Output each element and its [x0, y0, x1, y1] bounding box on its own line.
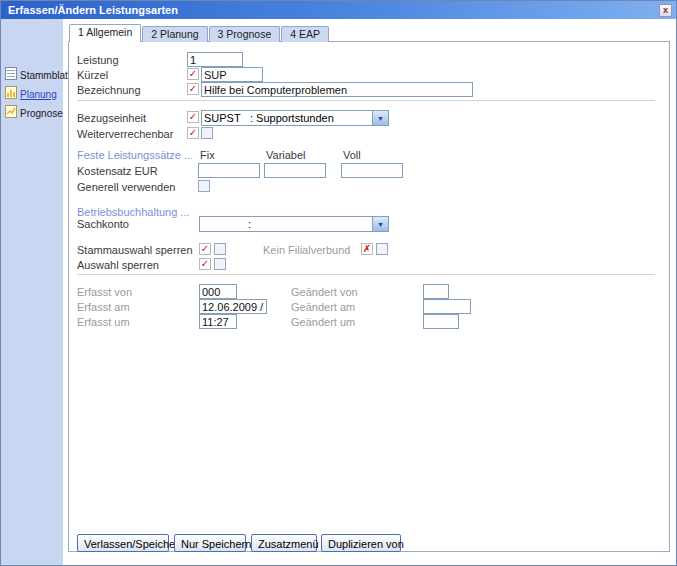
bezugseinheit-dropdown-button[interactable]: ▼ — [372, 111, 388, 125]
erfasst-um-field — [199, 314, 237, 329]
mandatory-check-icon: ✓ — [187, 83, 199, 95]
column-header-voll: Voll — [343, 149, 361, 161]
sachkonto-code — [200, 217, 248, 231]
bezugseinheit-label: Bezugseinheit — [77, 112, 146, 124]
geaendert-um-field — [423, 314, 459, 329]
kostensatz-variabel-input[interactable] — [264, 163, 326, 178]
mandatory-check-icon: ✓ — [187, 111, 199, 123]
sachkonto-label: Sachkonto — [77, 218, 129, 230]
tab-prognose[interactable]: 3 Prognose — [209, 26, 281, 42]
bezugseinheit-code: SUPST — [202, 111, 250, 125]
mandatory-check-icon: ✓ — [199, 243, 211, 255]
bezugseinheit-combobox[interactable]: SUPST : Supportstunden ▼ — [201, 110, 389, 126]
stammauswahl-sperren-label: Stammauswahl sperren — [77, 244, 193, 256]
geaendert-am-field — [423, 299, 471, 314]
window: Erfassen/Ändern Leistungsarten x Stammbl… — [0, 0, 677, 566]
titlebar: Erfassen/Ändern Leistungsarten x — [1, 1, 676, 19]
kostensatz-voll-input[interactable] — [341, 163, 403, 178]
sachkonto-dropdown-button[interactable]: ▼ — [372, 217, 388, 231]
bezeichnung-label: Bezeichnung — [77, 84, 141, 96]
kostensatz-fix-input[interactable] — [198, 163, 260, 178]
separator — [77, 100, 655, 101]
planung-chart-icon — [5, 85, 17, 103]
sachkonto-combobox[interactable]: : ▼ — [199, 216, 389, 232]
tab-planung[interactable]: 2 Planung — [142, 26, 207, 42]
column-header-fix: Fix — [200, 149, 215, 161]
sidebar-item-stammblatt[interactable]: Stammblatt — [5, 66, 71, 84]
feste-leistungssaetze-section-title: Feste Leistungssätze ... — [77, 149, 193, 161]
geaendert-von-field — [423, 284, 449, 299]
column-header-variabel: Variabel — [266, 149, 306, 161]
tab-strip: 1 Allgemein 2 Planung 3 Prognose 4 EAP — [69, 26, 330, 42]
generell-verwenden-label: Generell verwenden — [77, 181, 175, 193]
bezeichnung-input[interactable] — [201, 82, 473, 97]
sidebar-item-label: Stammblatt — [20, 70, 71, 81]
bezugseinheit-name: : Supportstunden — [250, 111, 372, 125]
sachkonto-name: : — [248, 217, 372, 231]
leistung-input[interactable] — [187, 52, 243, 67]
kostensatz-label: Kostensatz EUR — [77, 165, 158, 177]
close-icon: x — [663, 5, 668, 15]
kein-filialverbund-checkbox[interactable] — [376, 243, 388, 255]
chevron-down-icon: ▼ — [377, 221, 384, 228]
duplizieren-von-button[interactable]: Duplizieren von — [321, 534, 401, 552]
erfasst-am-label: Erfasst am — [77, 301, 130, 313]
leistung-label: Leistung — [77, 54, 119, 66]
close-button[interactable]: x — [659, 4, 672, 17]
mandatory-cross-icon: ✗ — [361, 243, 373, 255]
stammblatt-form-icon — [5, 66, 17, 84]
separator — [77, 274, 655, 275]
sidebar-item-label: Prognose — [20, 108, 63, 119]
erfasst-von-field — [199, 284, 237, 299]
auswahl-sperren-checkbox[interactable] — [214, 258, 226, 270]
tab-allgemein[interactable]: 1 Allgemein — [69, 24, 141, 42]
tab-eap[interactable]: 4 EAP — [281, 26, 329, 42]
betriebsbuchhaltung-section-title: Betriebsbuchhaltung ... — [77, 206, 190, 218]
mandatory-check-icon: ✓ — [187, 127, 199, 139]
erfasst-am-field — [199, 299, 267, 314]
window-title: Erfassen/Ändern Leistungsarten — [1, 4, 178, 16]
form-panel: Leistung Kürzel ✓ Bezeichnung ✓ Bezugsei… — [68, 41, 670, 552]
nur-speichern-button[interactable]: Nur Speichern — [174, 534, 246, 552]
geaendert-von-label: Geändert von — [291, 286, 358, 298]
sidebar-item-planung[interactable]: Planung — [5, 85, 57, 103]
weiterverrechenbar-checkbox[interactable] — [201, 127, 213, 139]
generell-verwenden-checkbox[interactable] — [198, 180, 210, 192]
geaendert-um-label: Geändert um — [291, 316, 355, 328]
sidebar-item-label: Planung — [20, 89, 57, 100]
auswahl-sperren-label: Auswahl sperren — [77, 259, 159, 271]
verlassen-speichern-button[interactable]: Verlassen/Speichern — [77, 534, 169, 552]
kuerzel-label: Kürzel — [77, 69, 108, 81]
erfasst-von-label: Erfasst von — [77, 286, 132, 298]
stammauswahl-sperren-checkbox[interactable] — [214, 243, 226, 255]
mandatory-check-icon: ✓ — [199, 258, 211, 270]
zusatzmenu-button[interactable]: Zusatzmenü — [251, 534, 317, 552]
weiterverrechenbar-label: Weiterverrechenbar — [77, 128, 173, 140]
mandatory-check-icon: ✓ — [187, 68, 199, 80]
kein-filialverbund-label: Kein Filialverbund — [263, 244, 350, 256]
sidebar-item-prognose[interactable]: Prognose — [5, 104, 63, 122]
chevron-down-icon: ▼ — [377, 115, 384, 122]
prognose-chart-icon — [5, 104, 17, 122]
erfasst-um-label: Erfasst um — [77, 316, 130, 328]
sidebar: Stammblatt Planung Prognose — [1, 19, 63, 565]
geaendert-am-label: Geändert am — [291, 301, 355, 313]
kuerzel-input[interactable] — [201, 67, 263, 82]
